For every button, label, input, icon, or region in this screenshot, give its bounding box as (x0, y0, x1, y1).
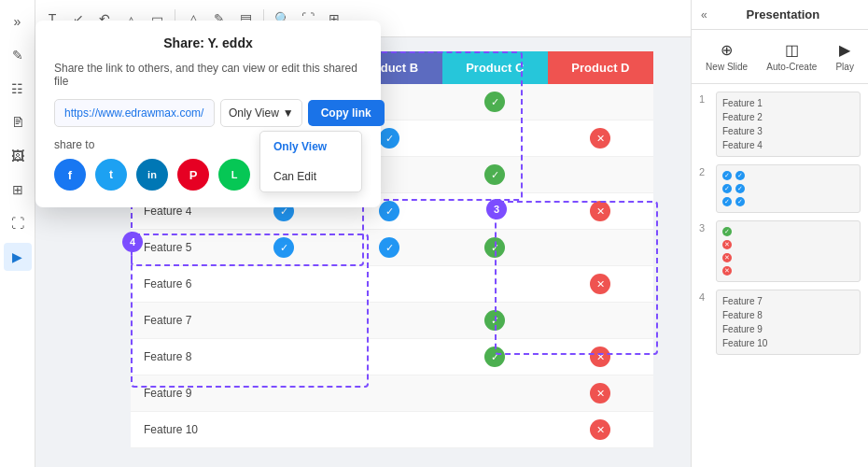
slide-row: Feature 10 (722, 336, 854, 350)
cross-icon: ✕ (590, 419, 610, 440)
slide-item-2[interactable]: 2 ✓ ✓ ✓ ✓ ✓ ✓ (699, 164, 861, 213)
slide-num-3: 3 (699, 220, 710, 234)
check-icon: ✓ (484, 310, 505, 331)
auto-create-icon: ◫ (785, 41, 799, 59)
share-pinterest-button[interactable]: P (177, 159, 209, 191)
slide-check: ✓ (722, 184, 732, 193)
slide-check: ✓ (722, 197, 732, 206)
slides-list: 1 Feature 1 Feature 2 Feature 3 Feature … (692, 84, 868, 467)
slide-thumb-1: Feature 1 Feature 2 Feature 3 Feature 4 (716, 92, 861, 157)
slide-row: ✓ ✓ (722, 195, 854, 208)
cross-icon: ✕ (590, 274, 610, 294)
check-icon: ✓ (379, 201, 399, 221)
presentation-actions: ⊕ New Slide ◫ Auto-Create ▶ Play (692, 30, 868, 84)
header-product-c: Product C (442, 51, 548, 84)
check-icon: ✓ (484, 237, 505, 258)
auto-create-label: Auto-Create (766, 62, 817, 72)
dropdown-item-edit[interactable]: Can Edit (260, 162, 361, 191)
sidebar-icon-expand[interactable]: » (4, 7, 32, 35)
check-icon: ✓ (484, 92, 505, 112)
table-row: Feature 10 ✕ (131, 412, 653, 448)
sidebar-icon-presentation[interactable]: ▶ (4, 243, 32, 271)
check-icon: ✓ (379, 237, 399, 258)
slide-check: ✓ (735, 171, 745, 180)
new-slide-button[interactable]: ⊕ New Slide (700, 37, 753, 76)
slide-thumb-2: ✓ ✓ ✓ ✓ ✓ ✓ (716, 164, 861, 213)
slide-thumb-3: ✓ ✕ ✕ ✕ (716, 220, 861, 282)
slide-check: ✓ (722, 171, 732, 180)
check-icon: ✓ (273, 237, 294, 258)
slide-item-4[interactable]: 4 Feature 7 Feature 8 Feature 9 Feature … (699, 290, 861, 355)
slide-row: ✕ (722, 238, 854, 251)
sidebar-icon-page[interactable]: 🖹 (4, 108, 32, 136)
share-facebook-button[interactable]: f (54, 159, 86, 191)
slide-row: ✓ ✓ (722, 182, 854, 195)
slide-row: ✓ (722, 225, 854, 238)
share-line-button[interactable]: L (218, 159, 250, 191)
selection-badge-4: 4 (122, 232, 143, 252)
copy-link-button[interactable]: Copy link (308, 100, 385, 126)
slide-row: ✕ (722, 251, 854, 264)
sidebar-icon-image[interactable]: 🖼 (4, 142, 32, 170)
share-dialog: Share: Y. eddx Share the link to others,… (35, 21, 381, 207)
slide-check: ✓ (722, 227, 732, 236)
slide-row: Feature 4 (722, 138, 854, 152)
facebook-icon: f (68, 168, 72, 182)
share-twitter-button[interactable]: t (95, 159, 127, 191)
slide-cross: ✕ (722, 253, 732, 262)
slide-thumb-4: Feature 7 Feature 8 Feature 9 Feature 10 (716, 290, 861, 355)
slide-cross: ✕ (722, 266, 732, 276)
check-icon: ✓ (484, 347, 505, 367)
linkedin-icon: in (147, 169, 157, 180)
check-icon: ✓ (379, 128, 399, 149)
slide-num-1: 1 (699, 92, 710, 105)
table-row: Feature 8 ✓ ✕ (131, 339, 653, 375)
share-dialog-description: Share the link to others, and they can v… (54, 62, 362, 88)
slide-check: ✓ (735, 197, 745, 206)
check-icon: ✓ (484, 164, 505, 185)
slide-row: Feature 3 (722, 124, 854, 138)
slide-num-2: 2 (699, 164, 710, 177)
table-row: Feature 7 ✓ (131, 303, 653, 339)
view-dropdown: Only View Can Edit (259, 131, 362, 192)
sidebar-icon-grid[interactable]: ☷ (4, 75, 32, 103)
auto-create-button[interactable]: ◫ Auto-Create (761, 37, 822, 76)
slide-item-3[interactable]: 3 ✓ ✕ ✕ ✕ (699, 220, 861, 282)
slide-row: Feature 9 (722, 322, 854, 336)
slide-row: Feature 2 (722, 110, 854, 124)
table-row: Feature 5 ✓ ✓ ✓ (131, 230, 653, 266)
share-linkedin-button[interactable]: in (136, 159, 168, 191)
dropdown-item-view[interactable]: Only View (260, 132, 361, 162)
cross-icon: ✕ (590, 383, 610, 403)
slide-row: Feature 1 (722, 96, 854, 110)
cross-icon: ✕ (590, 128, 610, 149)
view-select-label: Only View (229, 106, 279, 120)
header-product-d: Product D (548, 51, 653, 84)
slide-cross: ✕ (722, 240, 732, 249)
slide-row: Feature 7 (722, 294, 854, 308)
sidebar-icon-pen[interactable]: ✎ (4, 41, 32, 69)
table-row: Feature 6 ✕ (131, 266, 653, 303)
new-slide-label: New Slide (706, 62, 748, 72)
panel-collapse-icon[interactable]: « (701, 8, 707, 21)
panel-header: « Presentation (692, 0, 868, 30)
sidebar-icon-expand2[interactable]: ⛶ (4, 209, 32, 237)
cross-icon: ✕ (590, 347, 610, 367)
view-select-dropdown[interactable]: Only View ▼ (220, 99, 302, 127)
chevron-down-icon: ▼ (283, 106, 294, 120)
line-icon: L (231, 169, 238, 180)
share-dialog-title: Share: Y. eddx (54, 35, 362, 50)
slide-num-4: 4 (699, 290, 710, 303)
selection-badge-3: 3 (486, 199, 507, 219)
pinterest-icon: P (189, 168, 198, 182)
play-button[interactable]: ▶ Play (830, 37, 859, 76)
right-panel: « Presentation ⊕ New Slide ◫ Auto-Create… (691, 0, 868, 467)
slide-row: ✕ (722, 264, 854, 277)
slide-item-1[interactable]: 1 Feature 1 Feature 2 Feature 3 Feature … (699, 92, 861, 157)
new-slide-icon: ⊕ (721, 41, 733, 59)
sidebar-icon-table[interactable]: ⊞ (4, 176, 32, 204)
table-row: Feature 9 ✕ (131, 375, 653, 412)
panel-title: Presentation (707, 7, 859, 21)
play-label: Play (835, 62, 853, 72)
share-link-input[interactable] (54, 99, 215, 127)
